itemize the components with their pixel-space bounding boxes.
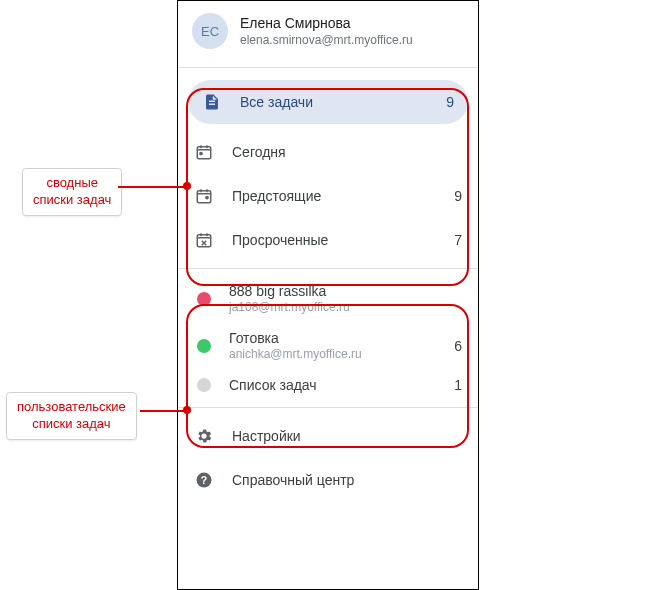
nav-all-tasks[interactable]: Все задачи 9 xyxy=(188,80,468,124)
user-list-item[interactable]: Список задач 1 xyxy=(178,369,478,401)
color-dot-icon xyxy=(197,339,211,353)
nav-help[interactable]: ? Справочный центр xyxy=(178,458,478,502)
calendar-today-icon xyxy=(194,142,214,162)
user-list-item[interactable]: 888 big rassilka ja108@mrt.myoffice.ru xyxy=(178,275,478,322)
callout-user: пользовательские списки задач xyxy=(6,392,137,440)
nav-overdue[interactable]: Просроченные 7 xyxy=(178,218,478,262)
list-info: Готовка anichka@mrt.myoffice.ru xyxy=(229,330,436,361)
callout-dot xyxy=(183,406,191,414)
app-drawer: ЕС Елена Смирнова elena.smirnova@mrt.myo… xyxy=(177,0,479,590)
list-count: 6 xyxy=(454,338,462,354)
user-email: elena.smirnova@mrt.myoffice.ru xyxy=(240,33,413,47)
calendar-overdue-icon xyxy=(194,230,214,250)
list-sub: ja108@mrt.myoffice.ru xyxy=(229,300,444,314)
help-icon: ? xyxy=(194,470,214,490)
avatar: ЕС xyxy=(192,13,228,49)
svg-rect-2 xyxy=(197,191,211,203)
list-title: Список задач xyxy=(229,377,436,393)
nav-upcoming[interactable]: Предстоящие 9 xyxy=(178,174,478,218)
callout-line xyxy=(118,186,186,188)
user-header[interactable]: ЕС Елена Смирнова elena.smirnova@mrt.myo… xyxy=(178,1,478,67)
list-info: Список задач xyxy=(229,377,436,393)
nav-count: 9 xyxy=(446,94,454,110)
list-info: 888 big rassilka ja108@mrt.myoffice.ru xyxy=(229,283,444,314)
nav-today[interactable]: Сегодня xyxy=(178,130,478,174)
user-info: Елена Смирнова elena.smirnova@mrt.myoffi… xyxy=(240,15,413,47)
user-name: Елена Смирнова xyxy=(240,15,413,31)
color-dot-icon xyxy=(197,378,211,392)
nav-label: Настройки xyxy=(232,428,462,444)
svg-text:?: ? xyxy=(201,474,207,486)
nav-settings[interactable]: Настройки xyxy=(178,414,478,458)
nav-label: Предстоящие xyxy=(232,188,436,204)
nav-count: 9 xyxy=(454,188,462,204)
document-icon xyxy=(202,92,222,112)
nav-label: Просроченные xyxy=(232,232,436,248)
list-title: Готовка xyxy=(229,330,436,346)
list-count: 1 xyxy=(454,377,462,393)
svg-rect-4 xyxy=(197,235,211,247)
svg-point-3 xyxy=(206,196,208,198)
list-title: 888 big rassilka xyxy=(229,283,444,299)
callout-summary: сводные списки задач xyxy=(22,168,122,216)
nav-count: 7 xyxy=(454,232,462,248)
svg-rect-0 xyxy=(197,147,211,159)
svg-point-1 xyxy=(200,152,202,154)
nav-label: Справочный центр xyxy=(232,472,462,488)
callout-dot xyxy=(183,182,191,190)
list-sub: anichka@mrt.myoffice.ru xyxy=(229,347,436,361)
nav-label: Все задачи xyxy=(240,94,428,110)
nav-label: Сегодня xyxy=(232,144,444,160)
user-list-item[interactable]: Готовка anichka@mrt.myoffice.ru 6 xyxy=(178,322,478,369)
color-dot-icon xyxy=(197,292,211,306)
gear-icon xyxy=(194,426,214,446)
callout-line xyxy=(140,410,186,412)
calendar-upcoming-icon xyxy=(194,186,214,206)
